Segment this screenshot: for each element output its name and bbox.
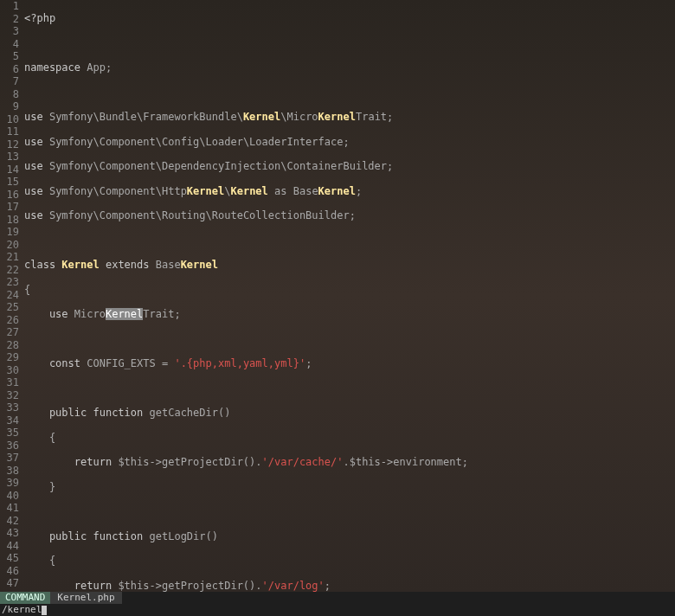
code-line[interactable] xyxy=(24,333,675,346)
line-number: 27 xyxy=(0,326,19,339)
status-bar: COMMAND Kernel.php xyxy=(0,592,675,604)
line-number: 4 xyxy=(0,38,19,51)
line-number: 3 xyxy=(0,25,19,38)
code-line[interactable]: use Symfony\Component\DependencyInjectio… xyxy=(24,160,675,173)
line-number: 2 xyxy=(0,13,19,26)
line-number: 42 xyxy=(0,515,19,528)
vim-mode-indicator: COMMAND xyxy=(0,592,50,604)
code-line[interactable]: } xyxy=(24,481,675,494)
line-number: 31 xyxy=(0,376,19,389)
line-number: 33 xyxy=(0,401,19,414)
line-number: 26 xyxy=(0,314,19,327)
code-line[interactable]: public function getLogDir() xyxy=(24,530,675,543)
code-line[interactable]: return $this->getProjectDir().'/var/log'… xyxy=(24,580,675,593)
line-number: 12 xyxy=(0,138,19,151)
line-number: 14 xyxy=(0,164,19,176)
line-number: 1 xyxy=(0,0,19,13)
code-line[interactable]: { xyxy=(24,555,675,568)
code-line[interactable]: { xyxy=(24,432,675,445)
line-number: 46 xyxy=(0,565,19,578)
code-line[interactable]: namespace App; xyxy=(24,61,675,74)
line-number: 6 xyxy=(0,63,19,76)
line-number: 11 xyxy=(0,125,19,138)
line-number: 45 xyxy=(0,552,19,565)
line-number: 35 xyxy=(0,427,19,440)
line-number: 39 xyxy=(0,477,19,490)
line-number: 24 xyxy=(0,289,19,302)
line-number: 21 xyxy=(0,251,19,264)
code-line[interactable]: use Symfony\Component\HttpKernel\Kernel … xyxy=(24,185,675,198)
line-number: 13 xyxy=(0,151,19,164)
line-number: 16 xyxy=(0,189,19,202)
line-number: 47 xyxy=(0,577,19,590)
code-line[interactable]: use Symfony\Bundle\FrameworkBundle\Kerne… xyxy=(24,111,675,124)
line-number: 22 xyxy=(0,264,19,277)
line-number: 36 xyxy=(0,440,19,452)
line-number: 8 xyxy=(0,88,19,101)
code-line[interactable] xyxy=(24,505,675,518)
code-line[interactable]: public function getCacheDir() xyxy=(24,407,675,420)
line-number: 9 xyxy=(0,100,19,113)
code-line[interactable]: use MicroKernelTrait; xyxy=(24,308,675,321)
line-number: 25 xyxy=(0,301,19,314)
line-number: 41 xyxy=(0,502,19,515)
line-number: 40 xyxy=(0,490,19,503)
code-line[interactable]: class Kernel extends BaseKernel xyxy=(24,259,675,272)
line-number: 23 xyxy=(0,276,19,289)
line-number: 43 xyxy=(0,527,19,540)
code-line[interactable]: const CONFIG_EXTS = '.{php,xml,yaml,yml}… xyxy=(24,357,675,370)
line-number: 28 xyxy=(0,339,19,352)
line-number: 10 xyxy=(0,113,19,126)
search-match-current: Kernel xyxy=(106,308,143,320)
line-number-gutter: 1 2 3 4 5 6 7 8 9 10 11 12 13 14 15 16 1… xyxy=(0,0,24,592)
code-line[interactable] xyxy=(24,87,675,99)
code-line[interactable]: use Symfony\Component\Routing\RouteColle… xyxy=(24,209,675,222)
line-number: 5 xyxy=(0,50,19,63)
code-area[interactable]: <?php namespace App; use Symfony\Bundle\… xyxy=(24,0,675,592)
line-number: 19 xyxy=(0,226,19,239)
editor-viewport[interactable]: 1 2 3 4 5 6 7 8 9 10 11 12 13 14 15 16 1… xyxy=(0,0,675,592)
line-number: 29 xyxy=(0,351,19,364)
line-number: 7 xyxy=(0,75,19,88)
code-line[interactable] xyxy=(24,382,675,395)
command-text: /kernel xyxy=(2,604,42,615)
status-filename: Kernel.php xyxy=(50,592,121,604)
code-line[interactable]: { xyxy=(24,284,675,297)
code-line[interactable] xyxy=(24,37,675,50)
code-line[interactable]: return $this->getProjectDir().'/var/cach… xyxy=(24,456,675,469)
line-number: 44 xyxy=(0,540,19,553)
cursor-icon xyxy=(42,606,47,615)
line-number: 38 xyxy=(0,465,19,478)
line-number: 34 xyxy=(0,414,19,427)
code-line[interactable]: use Symfony\Component\Config\Loader\Load… xyxy=(24,136,675,149)
line-number: 32 xyxy=(0,389,19,402)
command-line[interactable]: /kernel xyxy=(0,604,675,616)
line-number: 15 xyxy=(0,176,19,189)
code-line[interactable] xyxy=(24,234,675,247)
line-number: 37 xyxy=(0,452,19,465)
code-line[interactable]: <?php xyxy=(24,12,675,25)
line-number: 30 xyxy=(0,364,19,377)
line-number: 18 xyxy=(0,214,19,227)
line-number: 20 xyxy=(0,239,19,252)
line-number: 17 xyxy=(0,201,19,214)
